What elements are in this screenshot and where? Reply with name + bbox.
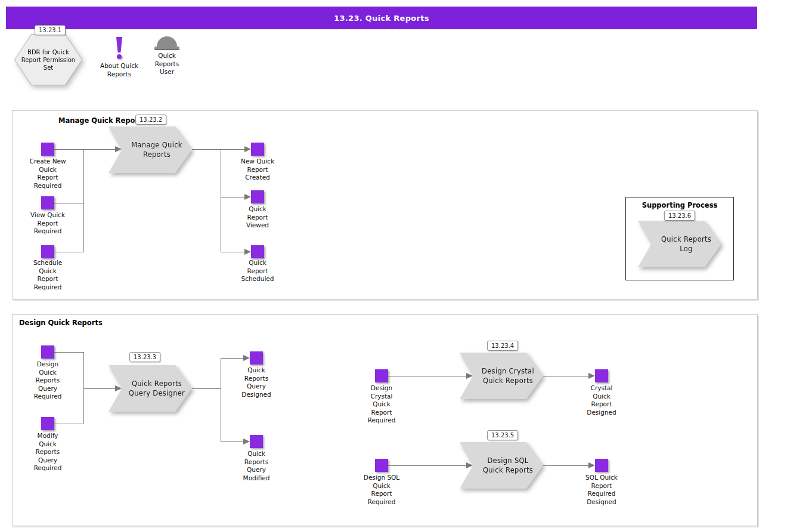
process-label: Design Crystal Quick Reports [482, 366, 534, 385]
connector-line [54, 352, 83, 353]
connector-line [54, 424, 83, 424]
event-label: Quick Report Scheduled [228, 259, 287, 283]
event-modify-quick-reports-query-required [41, 417, 54, 430]
event-label: Create New Quick Report Required [21, 158, 75, 190]
arrowhead-icon [244, 146, 251, 152]
connector-line [543, 465, 588, 466]
arrowhead-icon [244, 194, 251, 200]
process-design-crystal-quick-reports[interactable]: Design Crystal Quick Reports [460, 353, 543, 399]
event-label: Quick Reports Query Modified [227, 450, 286, 482]
process-label: Quick Reports Log [661, 234, 711, 254]
arrowhead-icon [588, 462, 595, 468]
crystal-ref-badge[interactable]: 13.23.4 [487, 341, 518, 351]
connector-line [192, 388, 221, 389]
arrowhead-icon [244, 249, 251, 255]
process-design-sql-quick-reports[interactable]: Design SQL Quick Reports [460, 442, 543, 489]
connector-line [192, 149, 244, 150]
event-view-quick-report-required [41, 196, 54, 209]
event-design-quick-reports-query-required [41, 345, 54, 359]
arrowhead-icon [243, 439, 250, 444]
event-design-crystal-quick-report-required [375, 369, 388, 382]
sql-ref-badge[interactable]: 13.23.5 [487, 430, 518, 440]
supporting-ref-badge[interactable]: 13.23.6 [664, 211, 695, 221]
connector-line [388, 376, 466, 376]
designer-ref-badge[interactable]: 13.23.3 [129, 352, 160, 362]
process-quick-reports-query-designer[interactable]: Quick Reports Query Designer [109, 365, 192, 412]
arrowhead-icon [243, 355, 250, 361]
user-label: Quick Reports User [149, 52, 185, 76]
connector-line [388, 465, 466, 466]
process-quick-reports-log[interactable]: Quick Reports Log [638, 221, 721, 267]
bdr-hexagon-fill: BDR for Quick Report Permission Set [15, 35, 82, 85]
about-label: About Quick Reports [95, 62, 144, 78]
event-label: View Quick Report Required [21, 211, 75, 236]
event-label: Quick Report Viewed [228, 205, 287, 230]
event-label: Design Quick Reports Query Required [21, 360, 75, 401]
event-label: Crystal Quick Report Designed [572, 384, 631, 416]
bdr-label: BDR for Quick Report Permission Set [21, 48, 75, 72]
user-hat-brim-icon [154, 47, 179, 50]
bdr-ref-badge[interactable]: 13.23.1 [35, 25, 66, 35]
diagram-canvas: 13.23. Quick Reports 13.23.1 BDR for Qui… [0, 0, 812, 531]
event-label: Quick Reports Query Designed [227, 366, 286, 399]
user-hat-icon [157, 36, 177, 47]
bdr-hexagon-border: BDR for Quick Report Permission Set [14, 34, 82, 85]
manage-ref-badge[interactable]: 13.23.2 [135, 115, 166, 125]
event-schedule-quick-report-required [41, 245, 54, 258]
connector-line [54, 203, 83, 203]
connector-line [221, 197, 244, 197]
connector-line [83, 149, 84, 252]
event-quick-reports-query-designed [250, 351, 263, 365]
event-label: Modify Quick Reports Query Required [21, 432, 75, 473]
connector-line [221, 149, 221, 252]
event-design-sql-quick-report-required [375, 459, 388, 472]
supporting-process-box: Supporting Process 13.23.6 Quick Reports… [625, 197, 734, 280]
event-label: Schedule Quick Report Required [21, 259, 75, 291]
process-label: Manage Quick Reports [131, 140, 182, 159]
event-quick-reports-query-modified [250, 435, 263, 448]
process-manage-quick-reports[interactable]: Manage Quick Reports [109, 126, 192, 173]
connector-line [221, 252, 244, 252]
event-sql-quick-report-required-designed [595, 459, 608, 472]
process-shape: Design Crystal Quick Reports [460, 353, 543, 399]
event-quick-report-scheduled [251, 245, 264, 258]
event-new-quick-report-created [251, 143, 264, 156]
process-shape: Manage Quick Reports [109, 126, 192, 173]
connector-line [543, 376, 588, 376]
exclamation-dot-icon [117, 54, 122, 59]
connector-line [54, 252, 83, 252]
process-shape: Quick Reports Query Designer [109, 365, 192, 412]
event-label: Design SQL Quick Report Required [355, 474, 408, 506]
supporting-process-title: Supporting Process [626, 201, 733, 209]
event-label: SQL Quick Report Required Designed [572, 474, 631, 506]
event-crystal-quick-report-designed [595, 369, 608, 382]
diagram-title: 13.23. Quick Reports [334, 14, 429, 23]
connector-line [221, 358, 221, 442]
event-label: New Quick Report Created [228, 158, 287, 182]
diagram-title-bar: 13.23. Quick Reports [6, 7, 757, 29]
connector-line [221, 442, 243, 442]
event-quick-report-viewed [251, 190, 264, 203]
connector-line [54, 149, 115, 150]
manage-section-title: Manage Quick Reports [58, 116, 145, 125]
process-label: Design SQL Quick Reports [483, 456, 533, 475]
event-label: Design Crystal Quick Report Required [355, 384, 408, 425]
exclamation-icon [116, 37, 122, 53]
bdr-hexagon[interactable]: BDR for Quick Report Permission Set [14, 34, 82, 85]
event-create-new-quick-report-required [41, 143, 54, 156]
design-section-title: Design Quick Reports [19, 319, 103, 327]
process-label: Quick Reports Query Designer [129, 379, 185, 398]
process-shape: Quick Reports Log [638, 221, 721, 267]
connector-line [83, 352, 84, 424]
process-shape: Design SQL Quick Reports [460, 442, 543, 489]
connector-line [221, 358, 243, 359]
arrowhead-icon [588, 373, 595, 379]
